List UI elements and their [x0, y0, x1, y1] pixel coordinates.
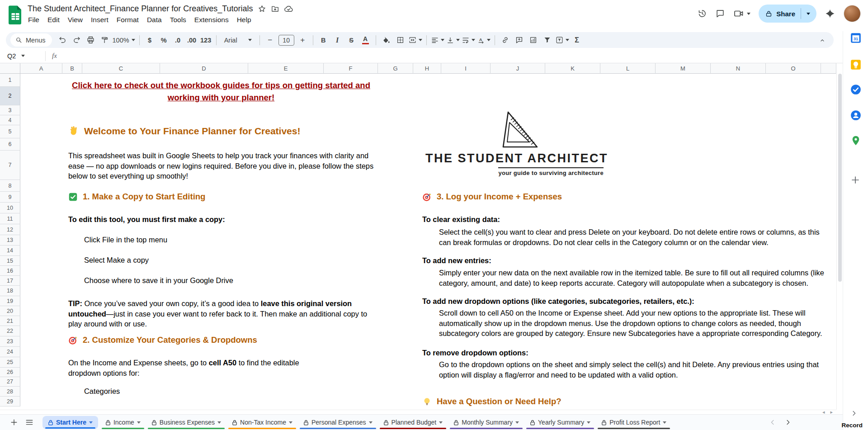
row-header-24[interactable]: 24	[0, 347, 20, 357]
move-folder-icon[interactable]	[271, 5, 279, 13]
sheet-tab-menu-icon[interactable]	[439, 421, 443, 424]
italic-button[interactable]: I	[331, 34, 344, 46]
sheet-tab-yearly-summary[interactable]: Yearly Summary	[524, 415, 596, 430]
insert-link-button[interactable]	[499, 34, 511, 46]
keep-icon[interactable]	[850, 59, 862, 71]
increase-decimal-button[interactable]: .00	[186, 34, 198, 46]
sheet-tab-menu-icon[interactable]	[369, 421, 373, 424]
sheet-tab-planned-budget[interactable]: Planned Budget	[378, 415, 448, 430]
menu-help[interactable]: Help	[233, 14, 255, 26]
document-title[interactable]: The Student Architect_Finance Planner fo…	[28, 4, 253, 14]
menu-format[interactable]: Format	[113, 14, 143, 26]
row-header-3[interactable]: 3	[0, 105, 20, 115]
undo-button[interactable]	[57, 34, 69, 46]
sheet-tab-profit-loss-report[interactable]: Profit Loss Report	[596, 415, 672, 430]
record-indicator[interactable]: Record	[841, 422, 863, 429]
name-box[interactable]: Q2	[0, 49, 45, 63]
all-sheets-button[interactable]	[22, 415, 37, 430]
share-dropdown-icon[interactable]	[807, 13, 810, 15]
row-header-19[interactable]: 19	[0, 296, 20, 306]
column-header-partial[interactable]	[821, 63, 836, 74]
print-button[interactable]	[85, 34, 97, 46]
horizontal-scrollbar[interactable]: ◂ ▸	[0, 410, 836, 414]
sheet-tab-menu-icon[interactable]	[587, 421, 590, 424]
sheet-tab-start-here[interactable]: Start Here	[42, 416, 98, 429]
borders-button[interactable]	[394, 34, 406, 46]
row-header-2[interactable]: 2	[0, 87, 20, 105]
menu-data[interactable]: Data	[143, 14, 166, 26]
row-header-22[interactable]: 22	[0, 326, 20, 336]
tasks-icon[interactable]	[850, 84, 862, 95]
column-header-H[interactable]: H	[413, 63, 441, 74]
vertical-scrollbar[interactable]	[836, 74, 843, 410]
sheet-tab-monthly-summary[interactable]: Monthly Summary	[448, 415, 524, 430]
column-header-B[interactable]: B	[62, 63, 82, 74]
strikethrough-button[interactable]: S	[345, 34, 358, 46]
redo-button[interactable]	[71, 34, 83, 46]
get-addons-icon[interactable]	[850, 175, 862, 186]
share-button[interactable]: Share	[759, 5, 816, 23]
vertical-align-button[interactable]	[446, 34, 460, 46]
merge-cells-button[interactable]	[408, 34, 422, 46]
sheet-tab-income[interactable]: Income	[100, 415, 146, 430]
more-formats-button[interactable]: 123	[200, 34, 212, 46]
row-header-26[interactable]: 26	[0, 368, 20, 377]
column-header-E[interactable]: E	[248, 63, 324, 74]
sheet-tab-menu-icon[interactable]	[217, 421, 221, 424]
percent-format-button[interactable]: %	[158, 34, 170, 46]
tab-scroll-right-icon[interactable]	[784, 418, 792, 426]
show-side-panel-icon[interactable]	[850, 409, 862, 421]
text-color-button[interactable]: A	[359, 34, 372, 46]
row-header-14[interactable]: 14	[0, 246, 20, 256]
fill-color-button[interactable]	[380, 34, 392, 46]
column-header-L[interactable]: L	[600, 63, 656, 74]
sheet-tab-menu-icon[interactable]	[89, 421, 93, 424]
horizontal-align-button[interactable]	[431, 34, 444, 46]
menu-view[interactable]: View	[64, 14, 87, 26]
menu-file[interactable]: File	[24, 14, 43, 26]
row-header-11[interactable]: 11	[0, 213, 20, 224]
row-header-10[interactable]: 10	[0, 203, 20, 213]
column-header-F[interactable]: F	[324, 63, 378, 74]
row-header-16[interactable]: 16	[0, 266, 20, 276]
insert-chart-button[interactable]	[527, 34, 539, 46]
insert-comment-button[interactable]	[513, 34, 525, 46]
row-header-12[interactable]: 12	[0, 224, 20, 235]
meet-dropdown-icon[interactable]	[747, 13, 750, 15]
column-header-J[interactable]: J	[491, 63, 545, 74]
column-header-C[interactable]: C	[82, 63, 160, 74]
version-history-icon[interactable]	[697, 9, 707, 19]
column-header-A[interactable]: A	[20, 63, 62, 74]
row-header-7[interactable]: 7	[0, 151, 20, 180]
sheets-logo-icon[interactable]	[8, 5, 23, 31]
sheet-tab-business-expenses[interactable]: Business Expenses	[146, 415, 226, 430]
row-header-6[interactable]: 6	[0, 138, 20, 151]
row-header-20[interactable]: 20	[0, 306, 20, 316]
menu-extensions[interactable]: Extensions	[190, 14, 233, 26]
gemini-icon[interactable]	[825, 8, 835, 19]
row-header-29[interactable]: 29	[0, 397, 20, 406]
column-header-D[interactable]: D	[160, 63, 248, 74]
menu-insert[interactable]: Insert	[87, 14, 113, 26]
column-header-G[interactable]: G	[378, 63, 413, 74]
row-header-28[interactable]: 28	[0, 387, 20, 397]
tab-scroll-left-icon[interactable]	[769, 418, 777, 426]
decrease-decimal-button[interactable]: .0	[172, 34, 184, 46]
row-header-5[interactable]: 5	[0, 125, 20, 138]
filter-views-button[interactable]	[555, 34, 569, 46]
increase-font-size-button[interactable]: +	[297, 34, 309, 46]
row-header-13[interactable]: 13	[0, 235, 20, 246]
functions-button[interactable]: Σ	[571, 34, 583, 46]
row-header-17[interactable]: 17	[0, 276, 20, 286]
menu-tools[interactable]: Tools	[166, 14, 190, 26]
star-icon[interactable]	[258, 5, 266, 13]
row-header-23[interactable]: 23	[0, 336, 20, 347]
row-header-15[interactable]: 15	[0, 256, 20, 266]
sheet-tab-menu-icon[interactable]	[289, 421, 292, 424]
sheet-tab-menu-icon[interactable]	[515, 421, 519, 424]
decrease-font-size-button[interactable]: −	[264, 34, 276, 46]
font-size-input[interactable]: 10	[278, 35, 294, 46]
hide-menus-icon[interactable]	[816, 34, 828, 46]
column-header-I[interactable]: I	[441, 63, 491, 74]
sheet-tab-menu-icon[interactable]	[663, 421, 666, 424]
